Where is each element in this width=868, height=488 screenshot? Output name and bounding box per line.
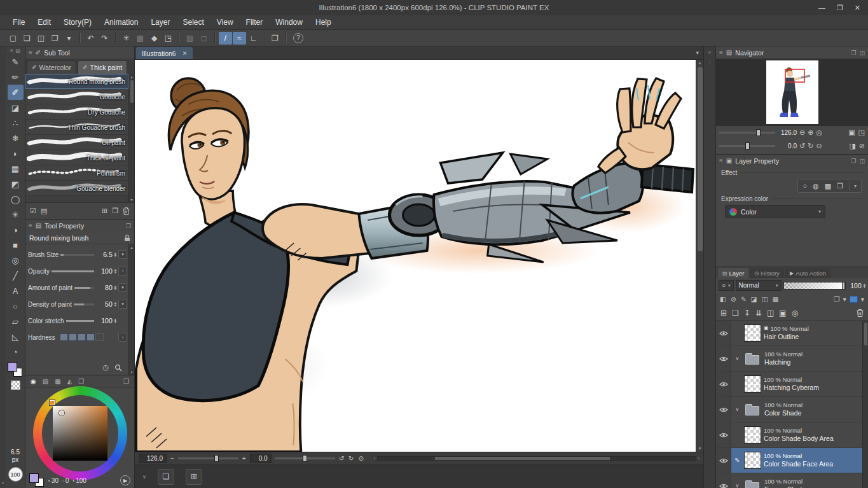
layer-thumbnail[interactable] bbox=[744, 375, 761, 393]
document-tab-illustration6[interactable]: Illustration6 ✕ bbox=[136, 47, 193, 59]
merge-down-icon[interactable]: ⇊ bbox=[755, 309, 762, 317]
menu-help[interactable]: Help bbox=[309, 16, 338, 29]
scrollbar-thumb[interactable] bbox=[864, 323, 867, 345]
pencil-tool[interactable]: ✏ bbox=[8, 69, 24, 85]
open-file-icon[interactable]: ❏ bbox=[20, 32, 34, 45]
tool-property-scrollbar[interactable]: ▴ ▾ bbox=[128, 244, 134, 375]
eye-icon[interactable] bbox=[719, 407, 728, 413]
rotation-slider-handle[interactable] bbox=[303, 455, 307, 462]
prop-value[interactable]: 50 bbox=[96, 300, 113, 308]
layer-name[interactable]: Color Shade bbox=[764, 409, 803, 418]
duplicate-subtool-icon[interactable]: ❐ bbox=[112, 207, 118, 215]
zoom-value[interactable]: 126.0 bbox=[139, 454, 167, 463]
snap-to-grid-icon[interactable]: ∟ bbox=[247, 32, 260, 45]
layer-thumbnail[interactable] bbox=[744, 452, 761, 469]
zoom-100-icon[interactable]: ◎ bbox=[816, 129, 822, 137]
eye-icon[interactable] bbox=[719, 483, 728, 488]
folder-caret-icon[interactable]: ∨ bbox=[733, 407, 741, 412]
new-canvas-icon[interactable]: ▢ bbox=[6, 32, 20, 45]
layer-row-color-shade-folder[interactable]: ∨ 100 % Normal Color Shade bbox=[716, 397, 862, 422]
layer-row-energy-blast-folder[interactable]: ∨ 100 % Normal Energy Blast bbox=[716, 473, 862, 488]
layer-visibility-cell[interactable] bbox=[716, 321, 731, 345]
right-panel-collapse-strip[interactable]: « ⋮ bbox=[703, 46, 715, 488]
reference-layer-icon[interactable]: ❐ bbox=[834, 295, 839, 303]
brush-size-slider[interactable] bbox=[60, 254, 93, 256]
scrollbar-thumb[interactable] bbox=[435, 457, 610, 460]
eye-icon[interactable] bbox=[719, 356, 728, 362]
eye-icon[interactable] bbox=[719, 457, 728, 464]
navigator-header[interactable]: ≡ ▤ Navigator ❐ ◫ bbox=[716, 46, 868, 59]
menu-file[interactable]: File bbox=[6, 16, 31, 29]
folder-icon[interactable] bbox=[745, 406, 759, 415]
hardness-segment[interactable] bbox=[86, 333, 95, 341]
restore-defaults-icon[interactable]: ◷ bbox=[102, 363, 109, 372]
panel-menu-icon[interactable]: ❐ bbox=[851, 158, 856, 164]
layer-name[interactable]: Color Shade Face Area bbox=[764, 460, 833, 469]
transparent-color-swatch[interactable] bbox=[11, 380, 20, 390]
amount-dynamics-button[interactable]: ▾ bbox=[118, 283, 127, 292]
brush-item-oil-paint[interactable]: Oil paint bbox=[25, 135, 128, 150]
eraser-tool[interactable]: ◪ bbox=[8, 100, 24, 115]
scroll-down-icon[interactable]: ▾ bbox=[699, 446, 701, 451]
transfer-down-icon[interactable]: ↧ bbox=[744, 309, 750, 317]
layer-row-hatching-folder[interactable]: ∨ 100 % Normal Hatching bbox=[716, 346, 862, 372]
lock-icon[interactable] bbox=[124, 234, 130, 242]
rotate-ccw-icon[interactable]: ↺ bbox=[338, 455, 345, 462]
prop-value[interactable]: 6.5 bbox=[96, 251, 113, 258]
page-layout-icon[interactable]: ❐ bbox=[268, 32, 282, 45]
new-raster-layer-icon[interactable]: ⊞ bbox=[720, 309, 727, 317]
panel-menu-icon[interactable]: ❐ bbox=[123, 378, 129, 385]
brush-item-thick-oil[interactable]: Thick oil paint bbox=[25, 150, 128, 165]
line-tool[interactable]: ╱ bbox=[8, 268, 24, 283]
minimize-button[interactable]: — bbox=[818, 4, 825, 11]
eye-icon[interactable] bbox=[719, 330, 728, 337]
menu-edit[interactable]: Edit bbox=[31, 16, 57, 29]
ruler-tool[interactable]: ◺ bbox=[8, 329, 24, 344]
eyedropper-tool[interactable]: ◑ bbox=[8, 222, 24, 237]
scrollbar-thumb[interactable] bbox=[130, 80, 134, 103]
zoom-slider[interactable] bbox=[178, 457, 238, 459]
prop-value[interactable]: 80 bbox=[96, 284, 113, 291]
blend-mode-select[interactable]: Normal ▾ bbox=[736, 280, 782, 291]
navigator-rotate-slider[interactable] bbox=[719, 145, 775, 147]
menu-filter[interactable]: Filter bbox=[240, 16, 270, 29]
fit-to-screen-icon[interactable]: ▣ bbox=[848, 129, 855, 137]
layer-name[interactable]: Hatching bbox=[764, 358, 803, 367]
saturation-value-square[interactable] bbox=[53, 406, 107, 461]
select-caret-icon[interactable]: ▾ bbox=[861, 295, 864, 303]
hardness-selector[interactable] bbox=[60, 333, 104, 341]
deselect-icon[interactable]: ✳ bbox=[120, 32, 133, 45]
layer-list-scrollbar[interactable] bbox=[862, 321, 868, 488]
navigator-preview-area[interactable] bbox=[716, 59, 868, 126]
opacity-dynamics-button[interactable]: ▾ bbox=[118, 267, 127, 275]
canvas-artwork[interactable] bbox=[135, 60, 696, 452]
decoration-tool[interactable]: ❄ bbox=[8, 130, 24, 146]
layer-name[interactable]: Energy Blast bbox=[764, 485, 803, 488]
value-spinner[interactable]: ▴▾ bbox=[114, 302, 116, 307]
value-spinner[interactable]: ▴▾ bbox=[114, 318, 116, 323]
layer-opacity-slider[interactable] bbox=[783, 282, 846, 289]
menu-view[interactable]: View bbox=[210, 16, 240, 29]
collapse-bottombar-icon[interactable]: ∨ bbox=[142, 474, 146, 480]
color-history-tab[interactable]: ❒ bbox=[78, 378, 84, 385]
layer-thumbnail[interactable] bbox=[744, 324, 761, 342]
document-list-caret-icon[interactable]: ▾ bbox=[696, 50, 699, 56]
menu-window[interactable]: Window bbox=[269, 16, 309, 29]
menu-select[interactable]: Select bbox=[176, 16, 210, 29]
apply-mask-icon[interactable]: ▣ bbox=[779, 309, 786, 317]
main-color-swatch[interactable] bbox=[29, 473, 39, 483]
rotation-value[interactable]: 0.0 bbox=[250, 454, 272, 463]
opacity-slider-handle[interactable] bbox=[842, 282, 845, 289]
layer-name[interactable]: Hair Outline bbox=[764, 333, 809, 342]
subtool-tab-thick-paint[interactable]: ✐ Thick paint bbox=[78, 60, 127, 74]
export-icon[interactable]: ❒ bbox=[48, 32, 62, 45]
left-edge-strip[interactable]: ⋮ « bbox=[0, 46, 6, 488]
color-slider-tab[interactable]: ▤ bbox=[43, 378, 48, 385]
rotation-slider[interactable] bbox=[275, 457, 335, 459]
scroll-up-icon[interactable]: ▴ bbox=[699, 60, 701, 66]
layer-name[interactable]: Color Shade Body Area bbox=[764, 435, 834, 443]
amount-of-paint-slider[interactable] bbox=[74, 287, 94, 289]
layer-row-color-shade-body[interactable]: 100 % Normal Color Shade Body Area bbox=[716, 422, 862, 448]
layer-visibility-cell[interactable] bbox=[716, 473, 731, 488]
pen-tool[interactable]: ✎ bbox=[8, 54, 24, 69]
